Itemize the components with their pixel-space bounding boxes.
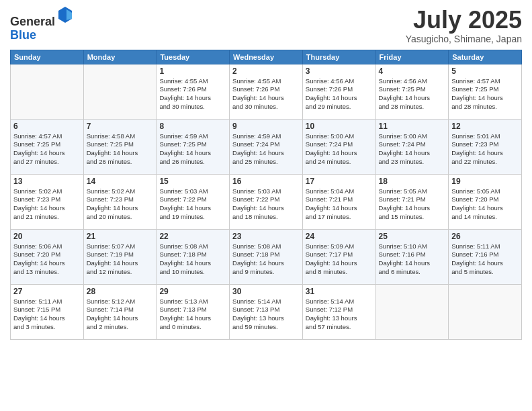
day-info: Sunrise: 5:13 AMSunset: 7:13 PMDaylight:… — [159, 298, 226, 332]
day-cell: 1Sunrise: 4:55 AMSunset: 7:26 PMDaylight… — [157, 64, 230, 119]
day-cell: 16Sunrise: 5:03 AMSunset: 7:22 PMDayligh… — [230, 174, 303, 229]
title-block: July 2025 Yasugicho, Shimane, Japan — [406, 7, 522, 44]
day-number: 8 — [159, 122, 226, 131]
day-cell: 2Sunrise: 4:55 AMSunset: 7:26 PMDaylight… — [230, 64, 303, 119]
day-number: 29 — [159, 287, 226, 296]
weekday-header-friday: Friday — [375, 50, 449, 64]
day-cell: 25Sunrise: 5:10 AMSunset: 7:16 PMDayligh… — [375, 229, 449, 284]
day-info: Sunrise: 5:10 AMSunset: 7:16 PMDaylight:… — [379, 242, 446, 277]
day-info: Sunrise: 5:14 AMSunset: 7:13 PMDaylight:… — [232, 298, 300, 332]
day-number: 5 — [451, 66, 519, 76]
day-cell: 5Sunrise: 4:57 AMSunset: 7:25 PMDaylight… — [449, 64, 522, 119]
day-info: Sunrise: 4:58 AMSunset: 7:25 PMDaylight:… — [87, 132, 154, 167]
day-number: 1 — [159, 66, 226, 76]
day-number: 28 — [87, 287, 154, 296]
week-row-4: 20Sunrise: 5:06 AMSunset: 7:20 PMDayligh… — [11, 229, 522, 284]
day-info: Sunrise: 5:00 AMSunset: 7:24 PMDaylight:… — [306, 132, 373, 167]
day-number: 13 — [13, 177, 81, 186]
day-cell — [11, 64, 84, 119]
logo-text: General — [10, 7, 73, 29]
day-number: 12 — [451, 122, 519, 131]
day-info: Sunrise: 4:59 AMSunset: 7:25 PMDaylight:… — [159, 132, 226, 167]
day-info: Sunrise: 5:09 AMSunset: 7:17 PMDaylight:… — [306, 242, 373, 277]
day-cell: 3Sunrise: 4:56 AMSunset: 7:26 PMDaylight… — [302, 64, 375, 119]
weekday-header-row: SundayMondayTuesdayWednesdayThursdayFrid… — [11, 50, 522, 64]
day-cell: 24Sunrise: 5:09 AMSunset: 7:17 PMDayligh… — [302, 229, 375, 284]
day-number: 15 — [159, 177, 226, 186]
day-number: 18 — [379, 177, 446, 186]
day-info: Sunrise: 4:56 AMSunset: 7:25 PMDaylight:… — [379, 77, 446, 111]
weekday-header-monday: Monday — [83, 50, 157, 64]
day-cell: 6Sunrise: 4:57 AMSunset: 7:25 PMDaylight… — [11, 119, 84, 174]
day-cell: 8Sunrise: 4:59 AMSunset: 7:25 PMDaylight… — [157, 119, 230, 174]
day-number: 19 — [451, 177, 519, 186]
day-info: Sunrise: 5:02 AMSunset: 7:23 PMDaylight:… — [13, 187, 81, 222]
day-number: 23 — [232, 232, 300, 241]
weekday-header-tuesday: Tuesday — [157, 50, 230, 64]
day-info: Sunrise: 5:14 AMSunset: 7:12 PMDaylight:… — [306, 298, 373, 332]
day-cell: 28Sunrise: 5:12 AMSunset: 7:14 PMDayligh… — [83, 284, 157, 339]
day-number: 20 — [13, 232, 81, 241]
day-cell: 30Sunrise: 5:14 AMSunset: 7:13 PMDayligh… — [230, 284, 303, 339]
weekday-header-saturday: Saturday — [449, 50, 522, 64]
location-subtitle: Yasugicho, Shimane, Japan — [406, 34, 522, 44]
day-info: Sunrise: 5:08 AMSunset: 7:18 PMDaylight:… — [159, 242, 226, 277]
day-number: 27 — [13, 287, 81, 296]
day-info: Sunrise: 5:07 AMSunset: 7:19 PMDaylight:… — [87, 242, 154, 277]
day-info: Sunrise: 4:57 AMSunset: 7:25 PMDaylight:… — [13, 132, 81, 167]
day-cell: 12Sunrise: 5:01 AMSunset: 7:23 PMDayligh… — [449, 119, 522, 174]
header: General Blue July 2025 Yasugicho, Shiman… — [10, 7, 522, 44]
logo: General Blue — [10, 7, 73, 42]
day-number: 2 — [232, 66, 300, 76]
day-info: Sunrise: 5:00 AMSunset: 7:24 PMDaylight:… — [379, 132, 446, 167]
day-cell: 10Sunrise: 5:00 AMSunset: 7:24 PMDayligh… — [302, 119, 375, 174]
day-info: Sunrise: 4:57 AMSunset: 7:25 PMDaylight:… — [451, 77, 519, 111]
day-number: 14 — [87, 177, 154, 186]
day-number: 31 — [306, 287, 373, 296]
day-info: Sunrise: 5:01 AMSunset: 7:23 PMDaylight:… — [451, 132, 519, 167]
day-info: Sunrise: 5:08 AMSunset: 7:18 PMDaylight:… — [232, 242, 300, 277]
day-cell: 15Sunrise: 5:03 AMSunset: 7:22 PMDayligh… — [157, 174, 230, 229]
day-number: 4 — [379, 66, 446, 76]
day-info: Sunrise: 5:11 AMSunset: 7:16 PMDaylight:… — [451, 242, 519, 277]
day-cell: 23Sunrise: 5:08 AMSunset: 7:18 PMDayligh… — [230, 229, 303, 284]
day-cell: 4Sunrise: 4:56 AMSunset: 7:25 PMDaylight… — [375, 64, 449, 119]
day-number: 22 — [159, 232, 226, 241]
day-cell: 27Sunrise: 5:11 AMSunset: 7:15 PMDayligh… — [11, 284, 84, 339]
day-cell — [449, 284, 522, 339]
day-number: 9 — [232, 122, 300, 131]
day-info: Sunrise: 5:03 AMSunset: 7:22 PMDaylight:… — [232, 187, 300, 222]
day-number: 26 — [451, 232, 519, 241]
weekday-header-sunday: Sunday — [11, 50, 84, 64]
day-number: 30 — [232, 287, 300, 296]
day-info: Sunrise: 4:55 AMSunset: 7:26 PMDaylight:… — [232, 77, 300, 111]
day-cell: 26Sunrise: 5:11 AMSunset: 7:16 PMDayligh… — [449, 229, 522, 284]
day-cell: 21Sunrise: 5:07 AMSunset: 7:19 PMDayligh… — [83, 229, 157, 284]
day-number: 7 — [87, 122, 154, 131]
day-info: Sunrise: 5:11 AMSunset: 7:15 PMDaylight:… — [13, 298, 81, 332]
day-cell — [83, 64, 157, 119]
week-row-2: 6Sunrise: 4:57 AMSunset: 7:25 PMDaylight… — [11, 119, 522, 174]
weekday-header-thursday: Thursday — [302, 50, 375, 64]
day-cell: 17Sunrise: 5:04 AMSunset: 7:21 PMDayligh… — [302, 174, 375, 229]
calendar-table: SundayMondayTuesdayWednesdayThursdayFrid… — [10, 50, 522, 340]
day-number: 25 — [379, 232, 446, 241]
day-cell: 9Sunrise: 4:59 AMSunset: 7:24 PMDaylight… — [230, 119, 303, 174]
day-info: Sunrise: 5:12 AMSunset: 7:14 PMDaylight:… — [87, 298, 154, 332]
day-cell: 7Sunrise: 4:58 AMSunset: 7:25 PMDaylight… — [83, 119, 157, 174]
day-cell: 31Sunrise: 5:14 AMSunset: 7:12 PMDayligh… — [302, 284, 375, 339]
day-number: 3 — [306, 66, 373, 76]
day-info: Sunrise: 4:59 AMSunset: 7:24 PMDaylight:… — [232, 132, 300, 167]
logo-blue-text: Blue — [10, 29, 73, 42]
day-number: 16 — [232, 177, 300, 186]
day-number: 21 — [87, 232, 154, 241]
week-row-1: 1Sunrise: 4:55 AMSunset: 7:26 PMDaylight… — [11, 64, 522, 119]
month-title: July 2025 — [406, 7, 522, 34]
weekday-header-wednesday: Wednesday — [230, 50, 303, 64]
day-info: Sunrise: 5:04 AMSunset: 7:21 PMDaylight:… — [306, 187, 373, 222]
day-cell: 13Sunrise: 5:02 AMSunset: 7:23 PMDayligh… — [11, 174, 84, 229]
day-cell: 18Sunrise: 5:05 AMSunset: 7:21 PMDayligh… — [375, 174, 449, 229]
day-info: Sunrise: 4:55 AMSunset: 7:26 PMDaylight:… — [159, 77, 226, 111]
day-info: Sunrise: 5:05 AMSunset: 7:20 PMDaylight:… — [451, 187, 519, 222]
day-number: 10 — [306, 122, 373, 131]
